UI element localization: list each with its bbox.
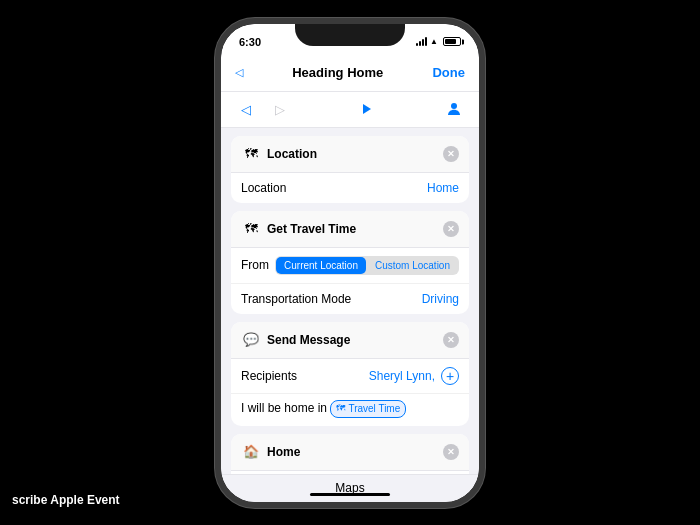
scroll-content[interactable]: 🗺 Location ✕ Location Home 🗺 Get Travel … (221, 128, 479, 474)
status-time: 6:30 (239, 36, 261, 48)
transport-value[interactable]: Driving (422, 292, 459, 306)
home-card: 🏠 Home ✕ Set thermostat to 70° (231, 434, 469, 474)
bottom-bar: Maps (221, 474, 479, 502)
send-message-card-header: 💬 Send Message ✕ (231, 322, 469, 359)
message-text-static: I will be home in (241, 401, 327, 415)
home-card-header: 🏠 Home ✕ (231, 434, 469, 471)
message-text-row: I will be home in 🗺 Travel Time (231, 394, 469, 426)
recipients-row: Recipients Sheryl Lynn, + (231, 359, 469, 394)
screen: 6:30 ▲ ◁ Heading Home Done (221, 24, 479, 502)
svg-point-0 (451, 103, 457, 109)
status-icons: ▲ (416, 37, 461, 46)
travel-time-card-header: 🗺 Get Travel Time ✕ (231, 211, 469, 248)
home-close-button[interactable]: ✕ (443, 444, 459, 460)
from-row: From Current Location Custom Location (231, 248, 469, 284)
toolbar-left: ◁ ▷ (235, 98, 291, 120)
send-message-card-title: Send Message (267, 333, 350, 347)
recipients-label: Recipients (241, 369, 297, 383)
watermark: scribe Apple Event (12, 493, 120, 507)
home-card-title: Home (267, 445, 300, 459)
recipient-name[interactable]: Sheryl Lynn, (369, 369, 435, 383)
current-location-segment[interactable]: Current Location (276, 257, 366, 274)
transport-row: Transportation Mode Driving (231, 284, 469, 314)
back-icon[interactable]: ◁ (235, 98, 257, 120)
travel-time-close-button[interactable]: ✕ (443, 221, 459, 237)
location-card-header: 🗺 Location ✕ (231, 136, 469, 173)
location-row-label: Location (241, 181, 286, 195)
home-card-icon: 🏠 (241, 442, 261, 462)
from-label: From (241, 258, 269, 272)
nav-bar: ◁ Heading Home Done (221, 54, 479, 92)
travel-time-card: 🗺 Get Travel Time ✕ From Current Locatio… (231, 211, 469, 314)
wifi-icon: ▲ (430, 37, 438, 46)
send-message-close-button[interactable]: ✕ (443, 332, 459, 348)
send-message-card: 💬 Send Message ✕ Recipients Sheryl Lynn,… (231, 322, 469, 426)
signal-bars-icon (416, 37, 427, 46)
play-triangle-icon (363, 104, 371, 114)
battery-icon (443, 37, 461, 46)
chip-map-icon: 🗺 (336, 402, 345, 415)
travel-time-card-title: Get Travel Time (267, 222, 356, 236)
home-indicator (310, 493, 390, 496)
play-button[interactable] (356, 98, 378, 120)
travel-time-chip[interactable]: 🗺 Travel Time (330, 400, 406, 418)
add-recipient-button[interactable]: + (441, 367, 459, 385)
location-card: 🗺 Location ✕ Location Home (231, 136, 469, 203)
notch (295, 24, 405, 46)
travel-time-card-icon: 🗺 (241, 219, 261, 239)
transport-label: Transportation Mode (241, 292, 351, 306)
chip-label: Travel Time (348, 402, 400, 416)
location-close-button[interactable]: ✕ (443, 146, 459, 162)
toolbar: ◁ ▷ (221, 92, 479, 128)
location-card-icon: 🗺 (241, 144, 261, 164)
person-icon[interactable] (443, 98, 465, 120)
nav-back-button[interactable]: ◁ (235, 66, 243, 79)
send-message-card-icon: 💬 (241, 330, 261, 350)
phone-frame: 6:30 ▲ ◁ Heading Home Done (215, 18, 485, 508)
location-row-value[interactable]: Home (427, 181, 459, 195)
done-button[interactable]: Done (432, 65, 465, 80)
location-row: Location Home (231, 173, 469, 203)
nav-title: Heading Home (292, 65, 383, 80)
location-card-title: Location (267, 147, 317, 161)
forward-icon[interactable]: ▷ (269, 98, 291, 120)
custom-location-segment[interactable]: Custom Location (367, 257, 458, 274)
location-segment-control[interactable]: Current Location Custom Location (275, 256, 459, 275)
